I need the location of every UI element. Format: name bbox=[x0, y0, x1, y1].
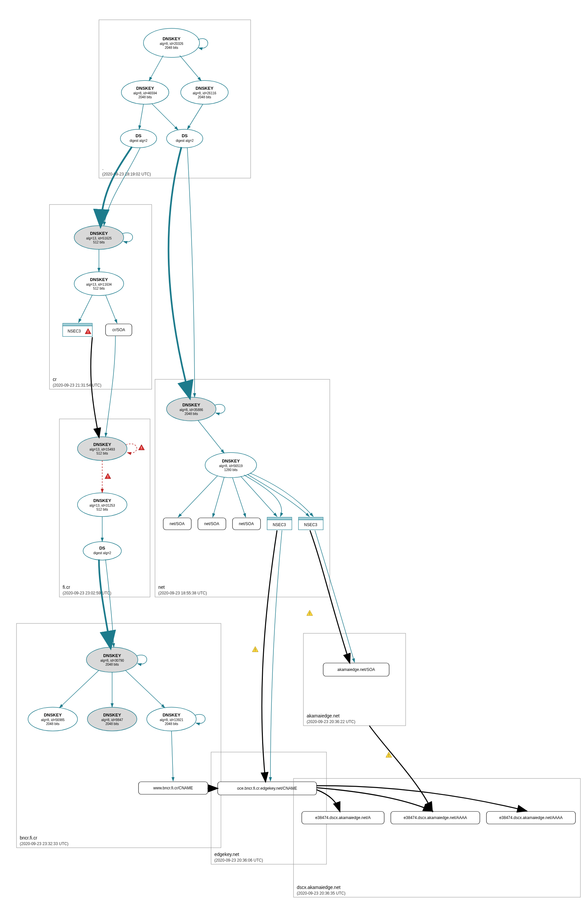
svg-point-14 bbox=[120, 129, 157, 148]
node-cr-soa: cr/SOA bbox=[105, 324, 132, 336]
svg-rect-29 bbox=[63, 323, 92, 326]
svg-text:alg=13, id=51625: alg=13, id=51625 bbox=[86, 236, 112, 240]
svg-text:alg=13, id=15493: alg=13, id=15493 bbox=[89, 448, 115, 451]
svg-text:512 bits: 512 bits bbox=[93, 287, 105, 290]
zone-bncr-label: bncr.fi.cr bbox=[20, 835, 37, 841]
node-ficr-zsk: DNSKEY alg=13, id=31253 512 bits bbox=[78, 493, 127, 517]
svg-text:!: ! bbox=[388, 754, 389, 757]
node-edgekey-cname: oce.bncr.fi.cr.edgekey.net/CNAME bbox=[218, 782, 317, 795]
svg-text:!: ! bbox=[87, 330, 88, 334]
node-net-nsec3b: NSEC3 bbox=[299, 517, 323, 530]
svg-text:cr/SOA: cr/SOA bbox=[113, 328, 125, 332]
svg-text:DNSKEY: DNSKEY bbox=[93, 498, 111, 503]
svg-rect-89 bbox=[304, 633, 405, 726]
node-dscx-a: e38474.dscx.akamaiedge.net/A bbox=[302, 812, 384, 824]
node-root-zsk1: DNSKEY alg=8, id=46594 2048 bits bbox=[121, 81, 169, 104]
node-bncr-k2: DNSKEY alg=8, id=9847 2048 bits bbox=[87, 707, 137, 731]
edge-akamai-to-dscx bbox=[369, 726, 432, 811]
svg-text:2048 bits: 2048 bits bbox=[46, 722, 60, 726]
svg-text:DNSKEY: DNSKEY bbox=[195, 86, 214, 91]
svg-text:alg=8, id=56519: alg=8, id=56519 bbox=[219, 464, 243, 468]
svg-text:DNSKEY: DNSKEY bbox=[136, 86, 154, 91]
zone-net-label: net bbox=[158, 584, 165, 590]
zone-bncr-ts: (2020-09-23 23:32:33 UTC) bbox=[20, 841, 68, 846]
zone-akamaiedge: akamaiedge.net (2020-09-23 20:36:22 UTC)… bbox=[304, 633, 405, 726]
zone-edgekey: edgekey.net (2020-09-23 20:36:06 UTC) oc… bbox=[211, 752, 326, 864]
node-ficr-ksk: DNSKEY alg=13, id=15493 512 bits ! bbox=[78, 437, 144, 461]
edge-root-ds1-to-cr bbox=[100, 147, 132, 226]
svg-text:2048 bits: 2048 bits bbox=[165, 722, 178, 726]
svg-text:www.bncr.fi.cr/CNAME: www.bncr.fi.cr/CNAME bbox=[153, 786, 193, 790]
node-ficr-ds: DS digest alg=2 bbox=[83, 542, 121, 560]
svg-text:DNSKEY: DNSKEY bbox=[93, 442, 111, 447]
svg-rect-93 bbox=[211, 752, 326, 864]
zone-akamai-ts: (2020-09-23 20:36:22 UTC) bbox=[307, 720, 355, 724]
svg-text:e38474.dscx.akamaiedge.net/AAA: e38474.dscx.akamaiedge.net/AAAA bbox=[404, 815, 467, 820]
svg-text:1280 bits: 1280 bits bbox=[224, 468, 238, 472]
svg-text:512 bits: 512 bits bbox=[96, 508, 108, 511]
edge-ficr-to-bncr bbox=[99, 560, 110, 647]
edge-cr-to-ficr bbox=[105, 336, 115, 437]
error-icon: ! bbox=[105, 473, 111, 479]
svg-text:NSEC3: NSEC3 bbox=[304, 522, 317, 527]
node-dscx-aaaa2: e38474.dscx.akamaiedge.net/AAAA bbox=[486, 812, 575, 824]
svg-text:2048 bits: 2048 bits bbox=[165, 46, 178, 50]
zone-ficr: fi.cr (2020-09-23 23:02:59 UTC) DNSKEY a… bbox=[59, 419, 150, 597]
svg-text:akamaiedge.net/SOA: akamaiedge.net/SOA bbox=[338, 667, 375, 672]
edge-net-to-edgekey-black bbox=[262, 530, 277, 781]
svg-rect-97 bbox=[294, 778, 580, 897]
svg-text:DNSKEY: DNSKEY bbox=[90, 277, 108, 282]
zone-dscx-ts: (2020-09-23 20:36:35 UTC) bbox=[297, 891, 345, 896]
node-root-ksk: DNSKEY alg=8, id=20326 2048 bits bbox=[144, 28, 208, 57]
svg-text:DNSKEY: DNSKEY bbox=[163, 36, 181, 41]
svg-text:NSEC3: NSEC3 bbox=[273, 522, 286, 527]
svg-text:DS: DS bbox=[136, 133, 142, 138]
svg-text:alg=8, id=9847: alg=8, id=9847 bbox=[101, 718, 123, 722]
svg-text:digest alg=2: digest alg=2 bbox=[176, 139, 194, 142]
svg-text:DNSKEY: DNSKEY bbox=[222, 458, 240, 463]
svg-text:e38474.dscx.akamaiedge.net/AAA: e38474.dscx.akamaiedge.net/AAAA bbox=[499, 815, 562, 820]
svg-text:DS: DS bbox=[99, 546, 105, 550]
node-net-nsec3a: NSEC3 bbox=[267, 517, 292, 530]
svg-text:!: ! bbox=[107, 475, 108, 479]
svg-text:!: ! bbox=[255, 648, 255, 652]
svg-text:512 bits: 512 bits bbox=[93, 241, 105, 244]
node-root-ds1: DS digest alg=2 bbox=[120, 129, 157, 148]
svg-text:net/SOA: net/SOA bbox=[239, 521, 254, 526]
error-icon: ! bbox=[139, 445, 144, 450]
svg-point-45 bbox=[83, 542, 121, 560]
svg-text:alg=13, id=11634: alg=13, id=11634 bbox=[86, 283, 112, 286]
node-net-soa3: net/SOA bbox=[233, 518, 260, 530]
edge-ficr-to-bncr2 bbox=[105, 560, 114, 647]
zone-akamai-label: akamaiedge.net bbox=[307, 713, 340, 718]
zone-net: net (2020-09-23 18:55:38 UTC) DNSKEY alg… bbox=[155, 379, 330, 597]
svg-text:alg=13, id=31253: alg=13, id=31253 bbox=[89, 504, 115, 507]
svg-text:NSEC3: NSEC3 bbox=[68, 329, 81, 333]
svg-text:DNSKEY: DNSKEY bbox=[103, 713, 121, 717]
warning-icon: ! bbox=[252, 647, 258, 652]
zone-ficr-ts: (2020-09-23 23:02:59 UTC) bbox=[63, 591, 111, 595]
zone-bncr: bncr.fi.cr (2020-09-23 23:32:33 UTC) DNS… bbox=[16, 623, 221, 848]
svg-text:!: ! bbox=[141, 446, 142, 450]
edge-root-to-net2 bbox=[187, 148, 195, 397]
svg-text:alg=8, id=30790: alg=8, id=30790 bbox=[100, 659, 124, 662]
node-akamai-soa: akamaiedge.net/SOA bbox=[323, 663, 389, 676]
svg-text:DNSKEY: DNSKEY bbox=[44, 713, 62, 717]
svg-text:alg=8, id=26116: alg=8, id=26116 bbox=[192, 91, 216, 95]
edge-root-to-net bbox=[168, 147, 190, 397]
node-cr-nsec3: NSEC3 ! bbox=[63, 323, 92, 336]
zone-ficr-label: fi.cr bbox=[63, 584, 70, 590]
warning-icon: ! bbox=[307, 610, 313, 616]
svg-text:2048 bits: 2048 bits bbox=[185, 412, 198, 416]
zone-cr-label: cr bbox=[53, 377, 57, 382]
svg-text:2048 bits: 2048 bits bbox=[139, 95, 152, 99]
svg-text:DNSKEY: DNSKEY bbox=[90, 231, 108, 236]
svg-text:net/SOA: net/SOA bbox=[170, 521, 184, 526]
svg-text:e38474.dscx.akamaiedge.net/A: e38474.dscx.akamaiedge.net/A bbox=[315, 815, 371, 820]
svg-text:DS: DS bbox=[182, 133, 187, 138]
zone-edgekey-ts: (2020-09-23 20:36:06 UTC) bbox=[214, 858, 263, 862]
svg-text:DNSKEY: DNSKEY bbox=[183, 403, 200, 408]
svg-text:oce.bncr.fi.cr.edgekey.net/CNA: oce.bncr.fi.cr.edgekey.net/CNAME bbox=[237, 786, 297, 791]
svg-rect-67 bbox=[299, 517, 323, 520]
node-dscx-aaaa1: e38474.dscx.akamaiedge.net/AAAA bbox=[391, 812, 480, 824]
